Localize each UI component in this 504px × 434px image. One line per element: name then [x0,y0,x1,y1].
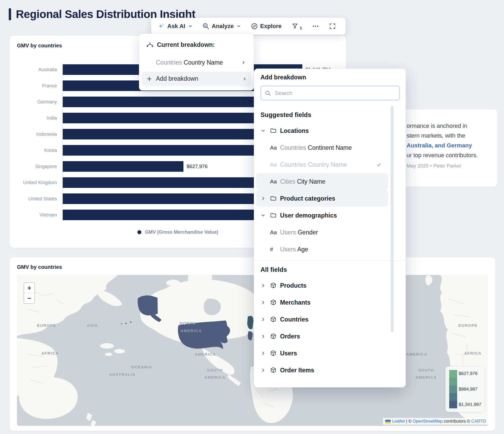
chevron-right-icon [261,300,266,305]
zoom-out-button[interactable]: − [24,293,34,303]
bar-category-label: Germany [10,99,57,105]
sparkles-icon [158,23,165,30]
map-region-label: EUROPE [458,323,478,328]
carto-link[interactable]: CARTO [471,419,486,424]
legend-mid-value: $984,987 [459,387,478,392]
dashboard-page: Regional Sales Distribution Insight GMV … [0,0,504,434]
insight-line: ur top revenue contributors. [407,150,497,160]
search-box [260,86,400,100]
hash-icon: # [270,246,273,252]
title-accent-bar [9,8,11,20]
more-options-button[interactable] [312,23,319,30]
cube-icon [270,350,277,356]
panel-scrollbar[interactable] [391,106,394,332]
legend-color-swatch [449,370,457,378]
map-legend: $627,976 $984,987 $1,341,997 [446,367,484,412]
table-item-merchants[interactable]: Merchants [256,294,388,311]
field-group-product-categories[interactable]: Product categories [256,190,388,207]
legend-color-swatch [449,378,457,385]
ask-ai-label: Ask AI [167,23,185,30]
suggested-fields-header: Suggested fields [254,107,406,122]
cube-icon [270,316,277,323]
chevron-down-icon [237,24,241,28]
field-item-countries-country-name[interactable]: AaCountries Country Name [256,156,388,173]
current-breakdown-field[interactable]: Countries Country Name [156,59,223,66]
bar-category-label: United Kingdom [10,180,57,186]
legend-max-value: $1,341,997 [459,402,481,407]
table-item-order-items[interactable]: Order Items [256,362,388,379]
cube-icon [270,282,277,289]
filter-count-badge: 1 [300,26,302,30]
map-region-label: SOUTH [207,368,223,372]
divider [254,260,406,261]
folder-icon [270,212,277,219]
table-item-orders[interactable]: Orders [256,328,388,345]
leaflet-link[interactable]: Leaflet [392,419,405,424]
fullscreen-button[interactable] [329,23,336,30]
field-table-name: Countries [156,59,182,66]
chevron-right-icon [261,283,266,288]
cube-icon [270,333,277,340]
current-breakdown-label: Current breakdown: [157,41,215,48]
field-item-cities-city-name[interactable]: AaCities City Name [256,173,388,190]
table-item-countries[interactable]: Countries [256,311,388,328]
chevron-right-icon [261,196,266,201]
attribution-text: | © [405,419,413,424]
add-breakdown-label: Add breakdown [156,75,198,82]
current-breakdown-header: Current breakdown: [146,41,215,48]
insight-highlight-link[interactable]: Australia, and Germany [407,141,497,150]
field-group-user-demographics[interactable]: User demographics [256,207,388,224]
map-region-label: AFRICA [41,351,59,355]
field-item-users-age[interactable]: #Users Age [256,241,388,258]
field-list: Suggested fields LocationsAaCountries Co… [254,107,406,379]
map-region-label: AMERICA [416,375,437,379]
search-icon [265,90,271,96]
bar-category-label: Vietnam [10,212,57,218]
analyze-button[interactable]: Analyze [202,23,241,30]
bar[interactable] [63,161,183,172]
insight-text: ormance is anchored in stern markets, wi… [407,121,497,169]
chevron-right-icon [241,60,246,65]
bar-category-label: India [10,115,57,121]
text-field-icon: Aa [270,161,277,168]
insight-meta: May 2025 • Peter Parker [407,163,497,169]
legend-color-scale [449,370,457,408]
compass-icon [251,23,258,30]
text-field-icon: Aa [270,229,277,236]
chevron-right-icon [261,351,266,356]
osm-link[interactable]: OpenStreetMap [413,419,443,424]
chart-toolbar: Ask AI Analyze Explore 1 [151,18,345,35]
legend-label: GMV (Gross Merchandise Value) [145,229,218,235]
ask-ai-button[interactable]: Ask AI [158,23,192,30]
map-region-label: AMERICA [406,352,428,356]
zoom-in-button[interactable]: + [24,283,34,293]
table-item-products[interactable]: Products [256,277,388,294]
analyze-magnifier-icon [202,23,209,30]
map-region-label: AUSTRALIA [109,372,136,377]
attribution-text: contributors © [443,419,471,424]
field-name: Country Name [184,59,223,66]
chevron-down-icon [261,213,266,218]
text-field-icon: Aa [270,144,277,151]
map-card-title: GMV by countries [17,264,62,270]
map-region-label: EUROPE [37,323,56,328]
chevron-down-icon [261,128,266,133]
search-input[interactable] [274,90,395,97]
explore-button[interactable]: Explore [251,23,282,30]
field-group-locations[interactable]: Locations [256,122,388,139]
field-item-users-gender[interactable]: AaUsers Gender [256,224,388,241]
map-zoom-control: + − [24,282,35,304]
insight-line: stern markets, with the [407,131,497,141]
world-map[interactable]: EUROPEASIAAFRICANORTHAMERICAAMERICASOUTH… [17,275,488,426]
table-item-users[interactable]: Users [256,345,388,362]
map-region-label: AMERICA [195,352,216,356]
add-breakdown-menu-item[interactable]: Add breakdown [142,72,251,86]
fullscreen-icon [329,23,336,30]
map-region-label: ASIA [87,323,98,328]
bar-category-label: Singapore [10,164,57,169]
field-item-countries-continent-name[interactable]: AaCountries Continent Name [256,139,388,156]
check-icon [377,162,381,167]
filter-button[interactable]: 1 [292,22,302,30]
legend-min-value: $627,976 [459,371,478,376]
ukraine-flag-icon [385,420,391,423]
